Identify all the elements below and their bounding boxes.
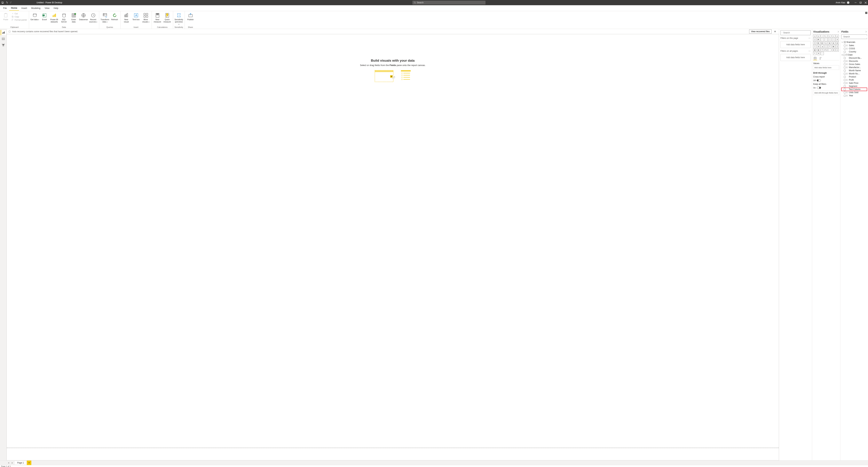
- field-checkbox[interactable]: [844, 73, 846, 75]
- user-name[interactable]: Arvin Xiao: [836, 1, 845, 4]
- minimize-icon[interactable]: [855, 2, 857, 4]
- field-gross-sales[interactable]: ΣGross Sales: [841, 63, 867, 66]
- field-discounts[interactable]: ΣDiscounts: [841, 60, 867, 63]
- viz-type-14[interactable]: ◔: [813, 41, 816, 45]
- close-icon[interactable]: [865, 2, 867, 4]
- field-checkbox[interactable]: [844, 66, 846, 68]
- viz-type-17[interactable]: ◈: [825, 41, 828, 45]
- viz-type-34[interactable]: ◫: [836, 49, 839, 52]
- page-prev-button[interactable]: ◄: [7, 461, 10, 465]
- menu-view[interactable]: View: [43, 6, 51, 10]
- filters-page-drop[interactable]: Add data fields here: [780, 41, 811, 48]
- filters-all-drop[interactable]: Add data fields here: [780, 54, 811, 61]
- viz-type-5[interactable]: ⫿: [832, 34, 835, 38]
- field-segment[interactable]: Segment: [841, 85, 867, 88]
- excel-button[interactable]: XExcel: [40, 12, 49, 21]
- field-units-sold[interactable]: ΣUnits Sold: [841, 91, 867, 94]
- viz-type-31[interactable]: Py: [825, 49, 828, 52]
- field-month-nu-[interactable]: ΣMonth Nu...: [841, 72, 867, 75]
- viz-type-0[interactable]: ⫼: [813, 34, 816, 38]
- viz-type-36[interactable]: ❖: [817, 52, 820, 55]
- viz-type-4[interactable]: ⫿: [828, 34, 831, 38]
- viz-type-18[interactable]: ◉: [828, 41, 831, 45]
- viz-type-20[interactable]: ▤: [836, 41, 839, 45]
- more-visuals-button[interactable]: More visuals ▾: [142, 12, 150, 23]
- field-checkbox[interactable]: [844, 95, 846, 97]
- notification-close-icon[interactable]: ✕: [773, 30, 777, 33]
- filters-all-header[interactable]: Filters on all pages⋯: [780, 50, 811, 52]
- viz-values-drop[interactable]: Add data fields here: [813, 65, 839, 70]
- field-checkbox[interactable]: [843, 54, 845, 56]
- refresh-button[interactable]: Refresh: [110, 12, 119, 21]
- field-cogs[interactable]: ΣCOGS: [841, 47, 867, 50]
- viz-type-16[interactable]: ◧: [821, 41, 824, 45]
- redo-icon[interactable]: [10, 1, 12, 4]
- viz-type-1[interactable]: ⫼: [817, 34, 820, 38]
- viz-type-9[interactable]: 〰: [821, 38, 824, 41]
- viz-type-15[interactable]: ◧: [817, 41, 820, 45]
- viz-type-22[interactable]: ⊞: [817, 45, 820, 48]
- field-profit[interactable]: ΣProfit: [841, 78, 867, 82]
- viz-type-7[interactable]: ◫: [813, 38, 816, 41]
- filters-search[interactable]: [780, 30, 811, 35]
- quick-measure-button[interactable]: Quick measure: [163, 12, 172, 23]
- publish-button[interactable]: Publish: [186, 12, 195, 21]
- new-measure-button[interactable]: New measure: [153, 12, 162, 23]
- powerbi-datasets-button[interactable]: Power BI datasets: [50, 12, 59, 23]
- viz-type-26[interactable]: ▦: [832, 45, 835, 48]
- viz-type-10[interactable]: 〰: [825, 38, 828, 41]
- field-country[interactable]: Country: [841, 50, 867, 53]
- menu-home[interactable]: Home: [9, 6, 19, 11]
- transform-data-button[interactable]: Transform data ▾: [101, 12, 109, 23]
- viz-type-29[interactable]: ▦: [817, 49, 820, 52]
- field-manufactur-[interactable]: ΣManufactur...: [841, 66, 867, 69]
- add-page-button[interactable]: +: [27, 461, 31, 465]
- viz-type-11[interactable]: ⬡: [828, 38, 831, 41]
- page-next-button[interactable]: ►: [10, 461, 14, 465]
- model-view-button[interactable]: [1, 42, 6, 48]
- viz-fields-tab[interactable]: [813, 56, 817, 60]
- cross-report-toggle[interactable]: Off: [813, 79, 839, 82]
- viz-type-8[interactable]: ◩: [817, 38, 820, 41]
- enter-data-button[interactable]: Enter data: [69, 12, 78, 23]
- chevron-right-icon[interactable]: [837, 31, 839, 33]
- field-sale-price[interactable]: ΣSale Price: [841, 82, 867, 85]
- fields-table-financials[interactable]: financials: [841, 40, 867, 44]
- get-data-button[interactable]: Get data ▾: [30, 12, 39, 21]
- field-checkbox[interactable]: [844, 63, 846, 65]
- menu-modeling[interactable]: Modeling: [30, 6, 42, 10]
- filters-page-header[interactable]: Filters on this page⋯: [780, 37, 811, 39]
- maximize-icon[interactable]: [860, 2, 862, 4]
- report-view-button[interactable]: [1, 30, 6, 35]
- viz-type-3[interactable]: ⫿: [825, 34, 828, 38]
- viz-type-2[interactable]: ≡: [821, 34, 824, 38]
- view-recovered-button[interactable]: View recovered files: [749, 29, 772, 34]
- viz-type-32[interactable]: ⋮: [828, 49, 831, 52]
- field-month-name[interactable]: Month Name: [841, 69, 867, 72]
- viz-type-19[interactable]: ◐: [832, 41, 835, 45]
- sql-server-button[interactable]: SQL Server: [60, 12, 68, 23]
- text-box-button[interactable]: AText box: [132, 12, 141, 21]
- recent-sources-button[interactable]: Recent sources ▾: [89, 12, 98, 23]
- viz-type-24[interactable]: ◯: [825, 45, 828, 48]
- viz-format-tab[interactable]: [819, 56, 823, 60]
- field-checkbox[interactable]: [844, 88, 846, 90]
- ribbon-collapse-icon[interactable]: ⌃: [865, 12, 867, 14]
- menu-insert[interactable]: Insert: [20, 6, 29, 10]
- viz-type-21[interactable]: ☷: [813, 45, 816, 48]
- menu-file[interactable]: File: [1, 6, 8, 10]
- field-checkbox[interactable]: [844, 45, 846, 47]
- global-search[interactable]: Search: [412, 1, 486, 4]
- viz-type-25[interactable]: ☵: [828, 45, 831, 48]
- keep-filters-toggle[interactable]: On: [813, 87, 839, 89]
- field-test-column[interactable]: Test Column: [841, 88, 867, 91]
- viz-type-28[interactable]: ▦: [813, 49, 816, 52]
- viz-type-13[interactable]: ◔: [836, 38, 839, 41]
- report-canvas[interactable]: Build visuals with your data Select or d…: [7, 34, 779, 460]
- field-sales[interactable]: ΣSales: [841, 44, 867, 47]
- save-icon[interactable]: [1, 1, 4, 4]
- field-checkbox[interactable]: [844, 76, 846, 78]
- field-year[interactable]: ΣYear: [841, 94, 867, 97]
- viz-type-37[interactable]: ⋯: [821, 52, 824, 55]
- page-tab[interactable]: Page 1: [14, 461, 27, 465]
